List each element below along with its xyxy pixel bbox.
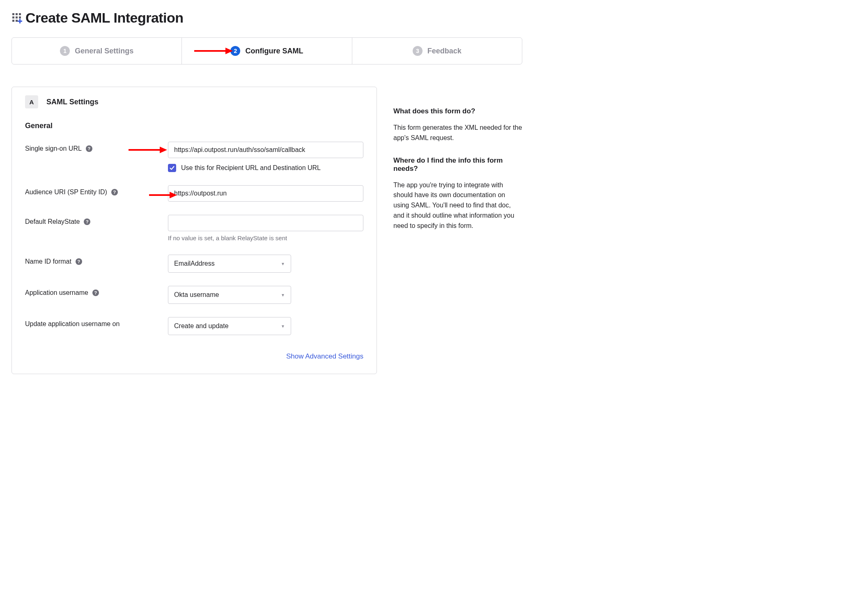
wizard-step-general-settings[interactable]: 1 General Settings <box>12 38 182 64</box>
field-hint: If no value is set, a blank RelayState i… <box>168 234 363 241</box>
svg-rect-4 <box>16 16 18 18</box>
svg-rect-5 <box>19 16 21 18</box>
sso-url-input[interactable] <box>168 142 363 158</box>
select-value: EmailAddress <box>174 260 215 267</box>
svg-rect-9 <box>18 21 22 22</box>
annotation-arrow-icon <box>193 47 233 55</box>
chevron-down-icon: ▼ <box>281 324 285 329</box>
row-audience-uri: Audience URI (SP Entity ID) ? <box>25 185 363 202</box>
audience-uri-input[interactable] <box>168 185 363 202</box>
page-header: Create SAML Integration <box>11 10 522 26</box>
svg-rect-1 <box>16 13 18 15</box>
svg-rect-0 <box>12 13 14 15</box>
relaystate-input[interactable] <box>168 215 363 231</box>
sidebar-q2-title: Where do I find the info this form needs… <box>393 156 522 173</box>
page-title: Create SAML Integration <box>25 10 184 26</box>
field-label: Default RelayState <box>25 218 80 225</box>
row-nameid: Name ID format ? EmailAddress ▼ <box>25 255 363 273</box>
field-label: Single sign-on URL <box>25 145 82 152</box>
section-title: SAML Settings <box>46 98 99 106</box>
section-badge: A <box>25 95 38 108</box>
step-label: Configure SAML <box>245 47 303 55</box>
help-icon[interactable]: ? <box>92 290 99 296</box>
use-for-recipient-checkbox[interactable] <box>168 164 176 172</box>
show-advanced-link[interactable]: Show Advanced Settings <box>286 352 363 361</box>
field-label: Name ID format <box>25 258 71 265</box>
field-label: Audience URI (SP Entity ID) <box>25 188 107 196</box>
chevron-down-icon: ▼ <box>281 262 285 266</box>
checkbox-label: Use this for Recipient URL and Destinati… <box>181 164 321 172</box>
chevron-down-icon: ▼ <box>281 293 285 297</box>
help-sidebar: What does this form do? This form genera… <box>393 87 522 244</box>
sidebar-q2-body: The app you're trying to integrate with … <box>393 180 522 231</box>
svg-rect-2 <box>19 13 21 15</box>
subsection-title: General <box>25 122 363 130</box>
wizard-steps: 1 General Settings 2 Configure SAML 3 Fe… <box>11 37 522 64</box>
svg-rect-6 <box>12 20 14 22</box>
step-number: 1 <box>60 46 70 56</box>
row-update-username: Update application username on Create an… <box>25 317 363 335</box>
help-icon[interactable]: ? <box>86 145 92 152</box>
update-on-select[interactable]: Create and update ▼ <box>168 317 291 335</box>
apps-grid-icon <box>11 12 23 24</box>
step-label: General Settings <box>75 47 133 55</box>
section-header: A SAML Settings <box>25 95 363 108</box>
svg-rect-3 <box>12 16 14 18</box>
step-label: Feedback <box>427 47 462 55</box>
field-label: Application username <box>25 289 88 297</box>
select-value: Create and update <box>174 322 229 330</box>
saml-settings-card: A SAML Settings General Single sign-on U… <box>11 87 377 374</box>
help-icon[interactable]: ? <box>111 189 118 195</box>
field-label: Update application username on <box>25 320 119 328</box>
row-relaystate: Default RelayState ? If no value is set,… <box>25 215 363 241</box>
row-sso-url: Single sign-on URL ? Use this for Recipi… <box>25 142 363 172</box>
sidebar-q1-title: What does this form do? <box>393 107 522 115</box>
nameid-select[interactable]: EmailAddress ▼ <box>168 255 291 273</box>
step-number: 3 <box>413 46 423 56</box>
row-app-username: Application username ? Okta username ▼ <box>25 286 363 304</box>
help-icon[interactable]: ? <box>76 258 82 265</box>
wizard-step-configure-saml[interactable]: 2 Configure SAML <box>182 38 352 64</box>
sidebar-q1-body: This form generates the XML needed for t… <box>393 123 522 143</box>
help-icon[interactable]: ? <box>84 218 90 225</box>
svg-rect-7 <box>16 20 18 22</box>
app-username-select[interactable]: Okta username ▼ <box>168 286 291 304</box>
step-number: 2 <box>230 46 240 56</box>
wizard-step-feedback[interactable]: 3 Feedback <box>352 38 522 64</box>
select-value: Okta username <box>174 291 219 299</box>
